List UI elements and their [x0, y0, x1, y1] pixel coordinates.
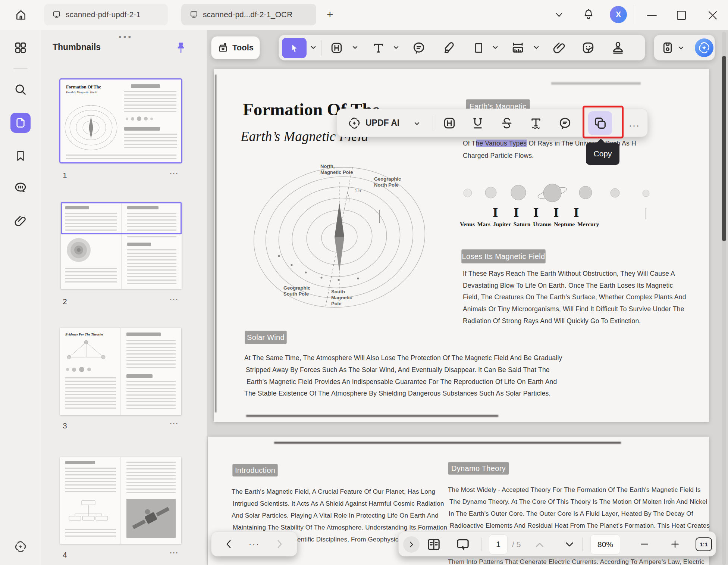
- thumb1-more-button[interactable]: ⋯: [169, 168, 179, 178]
- solar-line-2: Stripped Away By Forces Such As The Sola…: [246, 366, 550, 374]
- thumb1-text-block: [124, 91, 176, 113]
- scrollbar-thumb[interactable]: [722, 56, 726, 241]
- presentation-button[interactable]: [455, 537, 470, 552]
- select-tool-button[interactable]: [282, 38, 307, 58]
- comment-annotation-button[interactable]: [558, 116, 572, 130]
- stamp-tool-button[interactable]: [611, 41, 625, 55]
- thumbnails-panel: ••• Thumbnails Formation Of The Earth's …: [41, 30, 207, 565]
- tab-scanned-pdf[interactable]: scanned-pdf-updf-2-1: [44, 4, 168, 25]
- notifications-button[interactable]: [583, 8, 594, 21]
- next-page-button[interactable]: [276, 539, 283, 549]
- ai-icon: [694, 37, 715, 58]
- new-tab-button[interactable]: +: [327, 8, 333, 21]
- dynamo-line-2: The Dynamo Theory. At The Core Of This T…: [449, 498, 707, 506]
- tick-artifact-right: [646, 208, 646, 219]
- divider: [13, 68, 28, 69]
- zoom-in-button[interactable]: [670, 539, 680, 549]
- minimize-button[interactable]: [646, 14, 658, 16]
- previous-page-chevron[interactable]: [535, 541, 544, 548]
- tab-scanned-pdf-ocr[interactable]: scanned-pd...df-2-1_OCR: [181, 4, 316, 25]
- thumb1-subtitle: Earth's Magnetic Field: [66, 90, 97, 94]
- zoom-level-input[interactable]: 80%: [590, 534, 620, 555]
- nav-more-button[interactable]: ···: [249, 539, 260, 549]
- sidebar-item-search[interactable]: [10, 79, 31, 100]
- updf-ai-dropdown[interactable]: [414, 121, 420, 126]
- thumb1-planet-dots: [126, 116, 153, 121]
- tab-label: scanned-pd...df-2-1_OCR: [203, 10, 292, 19]
- more-options-button[interactable]: ···: [629, 120, 640, 131]
- page2-bottom-partial-line: Them Into Patterns That Generate Electri…: [448, 558, 705, 565]
- apps-menu-button[interactable]: [10, 38, 31, 58]
- select-tool-dropdown[interactable]: [310, 45, 316, 50]
- page-layout-button[interactable]: [426, 537, 441, 552]
- divider: [582, 538, 583, 551]
- thumb3-more-button[interactable]: ⋯: [169, 418, 179, 429]
- sticker-tool-button[interactable]: [581, 41, 595, 55]
- maximize-button[interactable]: [676, 10, 687, 21]
- sidebar-item-attachments[interactable]: [10, 211, 31, 231]
- stamp-icon: [611, 41, 625, 55]
- text-tool-dropdown[interactable]: [393, 45, 399, 50]
- thumbnail-page-3[interactable]: Evidence For The Theories: [60, 328, 181, 415]
- label-south-magnetic-pole: SouthMagneticPole: [331, 289, 352, 307]
- sidebar-item-bookmarks[interactable]: [10, 146, 31, 166]
- sidebar-item-thumbnails[interactable]: [10, 113, 31, 133]
- thumbnail-page-1[interactable]: Formation Of The Earth's Magnetic Field: [60, 79, 182, 163]
- squiggly-annotation-button[interactable]: [529, 116, 543, 130]
- thumb4-more-button[interactable]: ⋯: [169, 547, 179, 558]
- tabs-overflow-button[interactable]: [554, 12, 564, 18]
- save-dropdown[interactable]: [678, 46, 684, 50]
- close-button[interactable]: [707, 10, 718, 21]
- underline-annotation-button[interactable]: [471, 116, 485, 130]
- updf-ai-button[interactable]: [347, 116, 362, 131]
- save-icon: [661, 41, 674, 54]
- tools-label: Tools: [232, 43, 254, 53]
- updf-ai-label[interactable]: UPDF AI: [365, 118, 399, 128]
- avatar[interactable]: X: [610, 6, 627, 23]
- thumb1-badge-block: [131, 84, 160, 88]
- thumb1-title: Formation Of The: [66, 84, 101, 90]
- save-button[interactable]: [661, 41, 674, 54]
- pen-tool-button[interactable]: [442, 41, 456, 55]
- shape-tool-button[interactable]: [472, 41, 485, 54]
- panel-drag-handle[interactable]: •••: [119, 32, 133, 42]
- select-cursor-icon: [289, 43, 299, 53]
- measure-tool-button[interactable]: [511, 41, 525, 55]
- home-button[interactable]: [15, 9, 27, 21]
- label-geographic-north-pole: GeographicNorth Pole: [374, 176, 401, 188]
- strikethrough-annotation-button[interactable]: [500, 116, 514, 130]
- pin-panel-button[interactable]: [175, 41, 187, 54]
- text-tool-button[interactable]: [371, 41, 385, 55]
- next-page-chevron[interactable]: [565, 541, 574, 548]
- pin-icon: [175, 41, 187, 54]
- squiggly-icon: [529, 116, 543, 130]
- thumbnail-page-4[interactable]: [60, 457, 181, 544]
- tools-button[interactable]: Tools: [211, 36, 260, 59]
- ai-assistant-button[interactable]: [694, 37, 715, 58]
- thumb2-more-button[interactable]: ⋯: [169, 294, 179, 305]
- bell-icon: [583, 8, 594, 21]
- expand-panel-button[interactable]: [403, 536, 420, 553]
- note-icon: [412, 41, 426, 55]
- save-ai-toolbar: [654, 35, 715, 60]
- attach-tool-button[interactable]: [552, 41, 567, 55]
- highlight-annotation-button[interactable]: [442, 116, 456, 130]
- actual-size-button[interactable]: 1:1: [696, 537, 712, 551]
- thumb2nail-page-2[interactable]: [61, 202, 182, 289]
- ibeam-1: I: [493, 206, 498, 219]
- note-tool-button[interactable]: [412, 41, 426, 55]
- highlight-tool-button[interactable]: [330, 41, 343, 55]
- page-number-input[interactable]: 1: [489, 534, 508, 555]
- updf-logo-button[interactable]: [10, 537, 31, 557]
- thumb1-field-diagram: [63, 99, 119, 154]
- loses-line-5: Radiation Of Strong Rays And Will Quickl…: [463, 317, 641, 325]
- measure-tool-dropdown[interactable]: [533, 45, 539, 50]
- updf-ai-logo-icon: [347, 116, 362, 131]
- zoom-out-button[interactable]: [640, 539, 649, 549]
- highlight-tool-dropdown[interactable]: [352, 45, 358, 50]
- copy-highlight-annotation: [583, 106, 624, 138]
- sidebar-item-comments[interactable]: [10, 178, 31, 198]
- prev-page-button[interactable]: [225, 539, 232, 549]
- thumb2-earth-cutaway: [66, 235, 94, 265]
- shape-tool-dropdown[interactable]: [492, 45, 498, 50]
